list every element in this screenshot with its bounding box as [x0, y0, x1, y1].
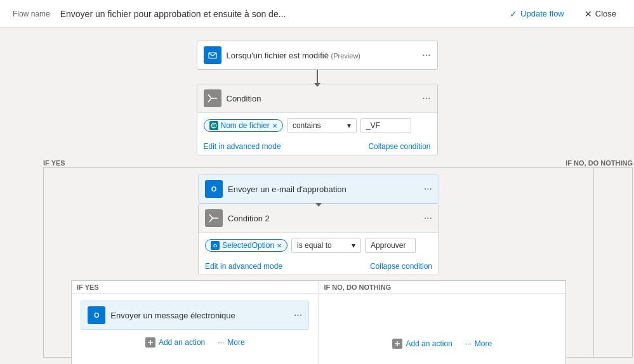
- if-no-panel: [594, 168, 632, 357]
- send-approval-more[interactable]: ···: [424, 183, 432, 195]
- nested-yes-more-button[interactable]: ··· More: [218, 338, 244, 347]
- condition1-title: Condition: [227, 94, 418, 103]
- condition2-collapse-link[interactable]: Collapse condition: [370, 262, 432, 271]
- condition1-row: S Nom de fichier ✕ contains ▾ _VF: [204, 118, 431, 133]
- send-email-header[interactable]: O Envoyer un message électronique ···: [81, 301, 308, 329]
- send-email-block: O Envoyer un message électronique ···: [81, 301, 309, 330]
- check-icon: ✓: [510, 9, 517, 19]
- nested-yes-action-bar: Add an action ··· More: [145, 337, 245, 348]
- condition1-icon: [204, 89, 221, 107]
- condition2-value-input[interactable]: Approuver: [365, 238, 416, 253]
- trigger-more-button[interactable]: ···: [422, 49, 430, 61]
- condition1-pill: S Nom de fichier ✕: [204, 119, 283, 132]
- top-flow: Lorsqu'un fichier est modifié (Preview) …: [197, 41, 438, 155]
- condition2-pill: O SelectedOption ✕: [205, 239, 287, 252]
- trigger-block-header[interactable]: Lorsqu'un fichier est modifié (Preview) …: [197, 41, 437, 69]
- condition1-pill-close[interactable]: ✕: [272, 122, 277, 129]
- nested-no-action-bar: Add an action ··· More: [392, 339, 492, 349]
- outer-split: O Envoyer un e-mail d'approbation ··· Co…: [43, 167, 633, 358]
- add-action-icon-1: [145, 337, 155, 348]
- more-dots-icon-2: ···: [465, 339, 472, 348]
- nested-no-more-button[interactable]: ··· More: [465, 339, 492, 348]
- update-flow-button[interactable]: ✓ Update flow: [505, 6, 569, 22]
- condition2-title: Condition 2: [228, 214, 419, 223]
- send-email-title: Envoyer un message électronique: [110, 311, 289, 320]
- svg-text:S: S: [212, 124, 215, 128]
- condition1-value-input[interactable]: _VF: [360, 118, 411, 133]
- close-button[interactable]: ✕ Close: [579, 6, 621, 22]
- sharepoint-pill-icon: S: [209, 121, 218, 130]
- nested-panels: O Envoyer un message électronique ···: [72, 294, 565, 364]
- more-dots-icon-1: ···: [218, 338, 224, 347]
- nested-yes-add-action-button[interactable]: Add an action: [145, 337, 205, 348]
- condition2-icon: [205, 209, 223, 227]
- update-flow-label: Update flow: [520, 9, 564, 18]
- send-approval-block: O Envoyer un e-mail d'approbation ···: [198, 174, 439, 204]
- nested-if-no-label: IF NO, DO NOTHING: [319, 281, 566, 294]
- trigger-block: Lorsqu'un fichier est modifié (Preview) …: [197, 41, 438, 70]
- condition2-body: O SelectedOption ✕ is equal to ▾ Approuv…: [199, 232, 439, 258]
- condition1-block: Condition ··· S Nom de fichier ✕ contain…: [197, 84, 438, 155]
- nested-if-yes-label: IF YES: [72, 281, 319, 294]
- header: Flow name Envoyer un fichier pour approb…: [0, 0, 634, 28]
- condition2-footer: Edit in advanced mode Collapse condition: [199, 258, 439, 275]
- condition1-more-button[interactable]: ···: [422, 93, 430, 104]
- if-no-outer-label: IF NO, DO NOTHING: [565, 159, 633, 167]
- close-icon: ✕: [584, 9, 592, 19]
- condition2-row: O SelectedOption ✕ is equal to ▾ Approuv…: [205, 238, 432, 253]
- if-yes-panel: O Envoyer un e-mail d'approbation ··· Co…: [44, 168, 594, 357]
- condition2-more[interactable]: ···: [424, 212, 432, 224]
- condition1-footer: Edit in advanced mode Collapse condition: [197, 138, 437, 155]
- condition2-block: Condition 2 ··· O SelectedOption ✕: [198, 204, 439, 275]
- condition2-edit-link[interactable]: Edit in advanced mode: [205, 262, 282, 271]
- outlook-icon-2: O: [88, 306, 105, 324]
- condition2-operator-select[interactable]: is equal to ▾: [291, 238, 361, 253]
- nested-if-no-panel: Add an action ··· More: [319, 294, 566, 364]
- condition1-operator-select[interactable]: contains ▾: [287, 118, 357, 133]
- nested-no-add-action-button[interactable]: Add an action: [392, 339, 452, 349]
- if-yes-outer-label: IF YES: [43, 159, 65, 167]
- nested-if-yes-panel: O Envoyer un message électronique ···: [72, 294, 319, 364]
- send-approval-title: Envoyer un e-mail d'approbation: [228, 185, 419, 194]
- condition2-pill-close[interactable]: ✕: [277, 242, 282, 249]
- nested-split: IF YES IF NO, DO NOTHING O Envoy: [71, 280, 566, 364]
- condition2-header[interactable]: Condition 2 ···: [199, 204, 439, 232]
- send-approval-header[interactable]: O Envoyer un e-mail d'approbation ···: [199, 175, 439, 203]
- connector-1: [317, 70, 318, 84]
- condition1-edit-link[interactable]: Edit in advanced mode: [204, 142, 281, 151]
- trigger-icon: [204, 46, 221, 64]
- outlook-pill-icon: O: [211, 241, 220, 250]
- canvas: Lorsqu'un fichier est modifié (Preview) …: [0, 28, 634, 364]
- trigger-title: Lorsqu'un fichier est modifié (Preview): [227, 51, 418, 60]
- outlook-icon-1: O: [205, 180, 223, 198]
- condition1-body: S Nom de fichier ✕ contains ▾ _VF: [197, 112, 437, 138]
- add-action-icon-2: [392, 339, 402, 349]
- flow-title: Envoyer un fichier pour approbation et e…: [60, 9, 494, 19]
- nested-label-row: IF YES IF NO, DO NOTHING: [72, 281, 565, 294]
- condition1-header[interactable]: Condition ···: [197, 84, 437, 112]
- condition1-collapse-link[interactable]: Collapse condition: [368, 142, 430, 151]
- send-email-more[interactable]: ···: [294, 309, 302, 321]
- close-label: Close: [595, 9, 616, 18]
- flow-name-label: Flow name: [13, 10, 50, 18]
